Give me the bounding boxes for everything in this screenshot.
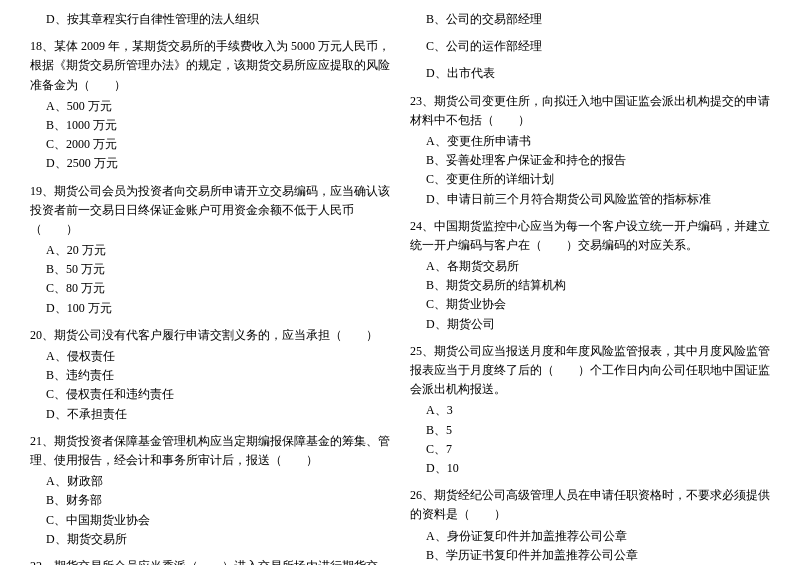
- q22-text: 22、期货交易所会员应当委派（ ）进入交易所场内进行期货交易。: [30, 557, 390, 565]
- q22-block: 22、期货交易所会员应当委派（ ）进入交易所场内进行期货交易。 A、客户代表: [30, 557, 390, 565]
- q25-opt-a: A、3: [410, 401, 770, 420]
- q24-opt-d: D、期货公司: [410, 315, 770, 334]
- q18-opt-d: D、2500 万元: [30, 154, 390, 173]
- q18-block: 18、某体 2009 年，某期货交易所的手续费收入为 5000 万元人民币，根据…: [30, 37, 390, 173]
- q19-text: 19、期货公司会员为投资者向交易所申请开立交易编码，应当确认该投资者前一交易日日…: [30, 182, 390, 240]
- left-column: D、按其章程实行自律性管理的法人组织 18、某体 2009 年，某期货交易所的手…: [30, 10, 390, 565]
- columns-layout: D、按其章程实行自律性管理的法人组织 18、某体 2009 年，某期货交易所的手…: [30, 10, 770, 565]
- q19-opt-d: D、100 万元: [30, 299, 390, 318]
- q20-opt-c: C、侵权责任和违约责任: [30, 385, 390, 404]
- page-container: D、按其章程实行自律性管理的法人组织 18、某体 2009 年，某期货交易所的手…: [30, 10, 770, 565]
- q24-opt-b: B、期货交易所的结算机构: [410, 276, 770, 295]
- q19-opt-b: B、50 万元: [30, 260, 390, 279]
- q23-opt-c: C、变更住所的详细计划: [410, 170, 770, 189]
- q18-opt-c: C、2000 万元: [30, 135, 390, 154]
- q24-opt-c: C、期货业协会: [410, 295, 770, 314]
- option-d-top-text: D、按其章程实行自律性管理的法人组织: [30, 10, 390, 29]
- q21-opt-b: B、财务部: [30, 491, 390, 510]
- q26-opt-b: B、学历证书复印件并加盖推荐公司公章: [410, 546, 770, 565]
- q26-text: 26、期货经纪公司高级管理人员在申请任职资格时，不要求必须提供的资料是（ ）: [410, 486, 770, 524]
- q24-block: 24、中国期货监控中心应当为每一个客户设立统一开户编码，并建立统一开户编码与客户…: [410, 217, 770, 334]
- q25-opt-b: B、5: [410, 421, 770, 440]
- q23-block: 23、期货公司变更住所，向拟迁入地中国证监会派出机构提交的申请材料中不包括（ ）…: [410, 92, 770, 209]
- q18-opt-b: B、1000 万元: [30, 116, 390, 135]
- q21-opt-a: A、财政部: [30, 472, 390, 491]
- q-c-top-block: C、公司的运作部经理: [410, 37, 770, 56]
- q26-opt-a: A、身份证复印件并加盖推荐公司公章: [410, 527, 770, 546]
- q20-text: 20、期货公司没有代客户履行申请交割义务的，应当承担（ ）: [30, 326, 390, 345]
- q20-block: 20、期货公司没有代客户履行申请交割义务的，应当承担（ ） A、侵权责任 B、违…: [30, 326, 390, 424]
- q23-text: 23、期货公司变更住所，向拟迁入地中国证监会派出机构提交的申请材料中不包括（ ）: [410, 92, 770, 130]
- q20-opt-a: A、侵权责任: [30, 347, 390, 366]
- q20-opt-b: B、违约责任: [30, 366, 390, 385]
- q-b-top-block: B、公司的交易部经理: [410, 10, 770, 29]
- q19-opt-c: C、80 万元: [30, 279, 390, 298]
- q24-text: 24、中国期货监控中心应当为每一个客户设立统一开户编码，并建立统一开户编码与客户…: [410, 217, 770, 255]
- q23-opt-b: B、妥善处理客户保证金和持仓的报告: [410, 151, 770, 170]
- q-d-top2-text: D、出市代表: [410, 64, 770, 83]
- q23-opt-d: D、申请日前三个月符合期货公司风险监管的指标标准: [410, 190, 770, 209]
- q-c-top-text: C、公司的运作部经理: [410, 37, 770, 56]
- q20-opt-d: D、不承担责任: [30, 405, 390, 424]
- right-column: B、公司的交易部经理 C、公司的运作部经理 D、出市代表 23、期货公司变更住所…: [410, 10, 770, 565]
- q-d-top2-block: D、出市代表: [410, 64, 770, 83]
- q19-opt-a: A、20 万元: [30, 241, 390, 260]
- q25-opt-c: C、7: [410, 440, 770, 459]
- q25-text: 25、期货公司应当报送月度和年度风险监管报表，其中月度风险监管报表应当于月度终了…: [410, 342, 770, 400]
- q-b-top-text: B、公司的交易部经理: [410, 10, 770, 29]
- q25-opt-d: D、10: [410, 459, 770, 478]
- q23-opt-a: A、变更住所申请书: [410, 132, 770, 151]
- q18-text: 18、某体 2009 年，某期货交易所的手续费收入为 5000 万元人民币，根据…: [30, 37, 390, 95]
- q21-text: 21、期货投资者保障基金管理机构应当定期编报保障基金的筹集、管理、使用报告，经会…: [30, 432, 390, 470]
- q25-block: 25、期货公司应当报送月度和年度风险监管报表，其中月度风险监管报表应当于月度终了…: [410, 342, 770, 478]
- q19-block: 19、期货公司会员为投资者向交易所申请开立交易编码，应当确认该投资者前一交易日日…: [30, 182, 390, 318]
- q21-opt-c: C、中国期货业协会: [30, 511, 390, 530]
- q21-block: 21、期货投资者保障基金管理机构应当定期编报保障基金的筹集、管理、使用报告，经会…: [30, 432, 390, 549]
- q21-opt-d: D、期货交易所: [30, 530, 390, 549]
- q18-opt-a: A、500 万元: [30, 97, 390, 116]
- q24-opt-a: A、各期货交易所: [410, 257, 770, 276]
- q-d-top: D、按其章程实行自律性管理的法人组织: [30, 10, 390, 29]
- q26-block: 26、期货经纪公司高级管理人员在申请任职资格时，不要求必须提供的资料是（ ） A…: [410, 486, 770, 565]
